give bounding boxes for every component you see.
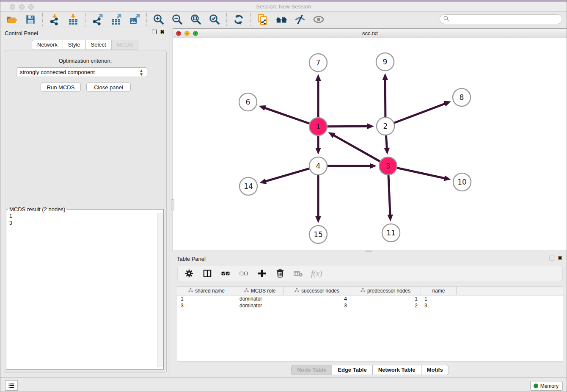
run-mcds-button[interactable]: Run MCDS — [41, 83, 81, 92]
tab-network[interactable]: Network — [32, 40, 63, 50]
edge-3-1[interactable] — [333, 135, 380, 161]
export-table-icon[interactable] — [110, 13, 122, 26]
export-network-icon[interactable] — [91, 13, 104, 26]
import-network-icon[interactable] — [48, 13, 61, 26]
save-icon[interactable] — [24, 13, 37, 26]
uncheck-all-icon[interactable] — [238, 268, 249, 279]
search-input[interactable] — [451, 16, 562, 23]
toolbar-separator — [42, 13, 43, 26]
tab-style[interactable]: Style — [63, 40, 86, 50]
table-row[interactable]: 1dominator411 — [177, 295, 563, 302]
network-minimize-icon[interactable]: – — [184, 31, 190, 36]
edge-2-9[interactable] — [385, 79, 385, 117]
table-cell[interactable]: 1 — [177, 295, 236, 302]
close-window-icon[interactable] — [10, 4, 15, 10]
tab-edge-table[interactable]: Edge Table — [332, 365, 372, 375]
trash-icon[interactable] — [275, 268, 286, 279]
criterion-select[interactable]: strongly connected component ▲▼ — [16, 67, 147, 77]
visual-toggle-icon[interactable] — [294, 13, 306, 26]
tab-node-table[interactable]: Node Table — [291, 365, 332, 375]
close-panel-icon[interactable]: ✖ — [160, 30, 165, 34]
result-scrollbar[interactable] — [157, 213, 163, 367]
column-header-name[interactable]: name — [421, 287, 457, 295]
edge-2-3[interactable] — [386, 135, 387, 149]
network-graph: 7968124314101511 — [173, 38, 567, 251]
graph-node-label-9: 9 — [383, 58, 388, 66]
panel-splitter-handle[interactable] — [171, 199, 174, 210]
table-body: 1dominator4113dominator323 — [177, 295, 563, 361]
mcds-result-item: 3 — [6, 220, 163, 227]
zoom-window-icon[interactable] — [28, 4, 34, 10]
open-icon[interactable] — [6, 13, 18, 26]
clone-network-icon[interactable] — [256, 13, 269, 26]
export-image-icon[interactable] — [128, 13, 141, 26]
table-cell[interactable]: 2 — [350, 302, 421, 309]
tree-icon — [361, 288, 365, 294]
close-panel-button[interactable]: Close panel — [86, 83, 131, 92]
refresh-icon[interactable] — [232, 13, 245, 26]
edge-1-2[interactable] — [328, 126, 368, 127]
add-icon[interactable] — [256, 268, 267, 279]
close-table-panel-icon[interactable]: ✖ — [558, 256, 562, 260]
table-cell[interactable]: dominator — [236, 295, 284, 302]
column-header-filler — [457, 287, 563, 295]
tab-motifs[interactable]: Motifs — [421, 365, 449, 375]
toolbar-group — [91, 13, 141, 26]
column-header-shared-name[interactable]: shared name — [177, 287, 236, 295]
zoom-out-icon[interactable] — [171, 13, 184, 26]
edge-3-11[interactable] — [388, 175, 390, 215]
gear-icon[interactable] — [184, 268, 195, 279]
edge-1-6[interactable] — [264, 108, 310, 124]
eye-icon[interactable] — [312, 13, 325, 26]
columns-icon[interactable] — [202, 268, 213, 279]
task-history-button[interactable] — [5, 380, 18, 391]
zoom-in-icon[interactable] — [152, 13, 165, 26]
table-toolbar: f(x) — [177, 265, 563, 282]
node-table: shared nameMCDS rolesuccessor nodesprede… — [177, 286, 563, 362]
table-cell[interactable]: 1 — [421, 295, 457, 302]
table-cell[interactable]: 3 — [177, 302, 236, 309]
minimize-window-icon[interactable] — [19, 4, 25, 10]
table-cell[interactable]: 3 — [421, 302, 457, 309]
network-window-titlebar[interactable]: ✕ – + scc.txt — [173, 29, 567, 38]
toolbar-separator — [85, 13, 85, 26]
optimization-criterion-label: Optimization criterion: — [4, 58, 166, 64]
import-table-icon[interactable] — [67, 13, 80, 26]
network-maximize-icon[interactable]: + — [193, 31, 198, 36]
edge-2-8[interactable] — [394, 103, 446, 123]
network-canvas[interactable]: 7968124314101511 — [173, 38, 567, 251]
column-header-successor-nodes[interactable]: successor nodes — [284, 287, 350, 295]
table-cell[interactable]: 1 — [350, 295, 421, 302]
column-header-predecessor-nodes[interactable]: predecessor nodes — [350, 287, 421, 295]
tab-select[interactable]: Select — [85, 40, 112, 50]
edge-arrowhead — [443, 101, 451, 107]
check-all-icon[interactable] — [220, 268, 231, 279]
edge-4-14[interactable] — [265, 168, 309, 181]
search-box[interactable] — [440, 14, 562, 24]
window-resize-handle[interactable] — [366, 250, 372, 252]
tab-mcds[interactable]: MCDS — [111, 40, 138, 50]
table-row[interactable]: 3dominator323 — [177, 302, 563, 309]
network-close-icon[interactable]: ✕ — [176, 31, 181, 36]
column-label: predecessor nodes — [367, 288, 410, 294]
edge-arrowhead — [315, 148, 321, 155]
column-header-MCDS-role[interactable]: MCDS role — [236, 287, 284, 295]
table-cell[interactable]: dominator — [236, 302, 284, 309]
tab-network-table[interactable]: Network Table — [372, 365, 421, 375]
zoom-selected-icon[interactable] — [208, 13, 221, 26]
zoom-fit-icon[interactable] — [190, 13, 202, 26]
edge-arrowhead — [259, 178, 267, 184]
mcds-result-list[interactable]: 13 — [6, 213, 163, 367]
float-panel-icon[interactable] — [152, 30, 157, 34]
edge-3-10[interactable] — [397, 168, 445, 179]
table-cell[interactable]: 4 — [284, 295, 350, 302]
edge-arrowhead — [384, 148, 390, 155]
control-panel-tabs: NetworkStyleSelectMCDS — [0, 40, 170, 50]
mcds-tab-content: Optimization criterion: strongly connect… — [4, 50, 167, 373]
homes-icon[interactable] — [275, 13, 288, 26]
float-table-panel-icon[interactable] — [550, 256, 554, 260]
memory-button[interactable]: Memory — [530, 381, 563, 391]
table-cell[interactable]: 3 — [284, 302, 350, 309]
mcds-result-box: MCDS result (2 nodes) 13 — [6, 206, 164, 370]
graph-node-label-1: 1 — [316, 122, 321, 131]
